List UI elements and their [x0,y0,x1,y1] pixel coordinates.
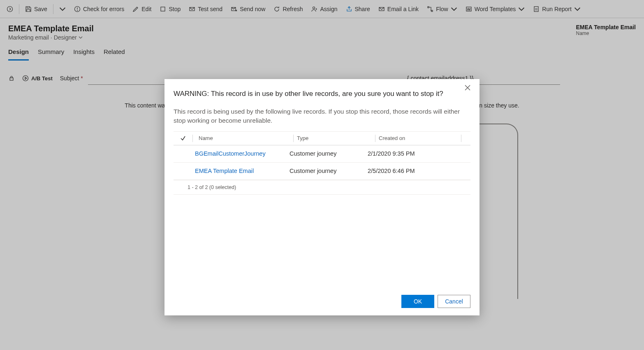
grid-pager: 1 - 2 of 2 (0 selected) [174,180,470,195]
grid-row[interactable]: EMEA Template Email Customer journey 2/5… [174,163,470,180]
col-name[interactable]: Name [196,135,293,141]
row-created: 2/1/2020 9:35 PM [368,150,450,157]
row-created: 2/5/2020 6:46 PM [368,168,450,174]
dialog-title: WARNING: This record is in use by other … [174,90,470,98]
dialog-body: This record is being used by the followi… [174,107,470,126]
warning-dialog: WARNING: This record is in use by other … [164,79,480,315]
grid-header: Name Type Created on [174,131,470,145]
ok-button[interactable]: OK [401,295,434,308]
close-button[interactable] [465,85,473,93]
row-type: Customer journey [290,168,368,174]
col-type[interactable]: Type [297,135,375,141]
row-type: Customer journey [290,150,368,157]
records-grid: Name Type Created on BGEmailCustomerJour… [174,131,470,180]
row-name-link[interactable]: BGEmailCustomerJourney [195,150,266,157]
row-name-link[interactable]: EMEA Template Email [195,168,254,174]
col-created[interactable]: Created on [379,135,461,141]
modal-overlay: WARNING: This record is in use by other … [0,0,644,350]
close-icon [465,85,470,91]
cancel-button[interactable]: Cancel [438,295,470,308]
dialog-actions: OK Cancel [174,287,470,308]
grid-row[interactable]: BGEmailCustomerJourney Customer journey … [174,145,470,163]
select-all-checkbox[interactable] [174,135,192,141]
